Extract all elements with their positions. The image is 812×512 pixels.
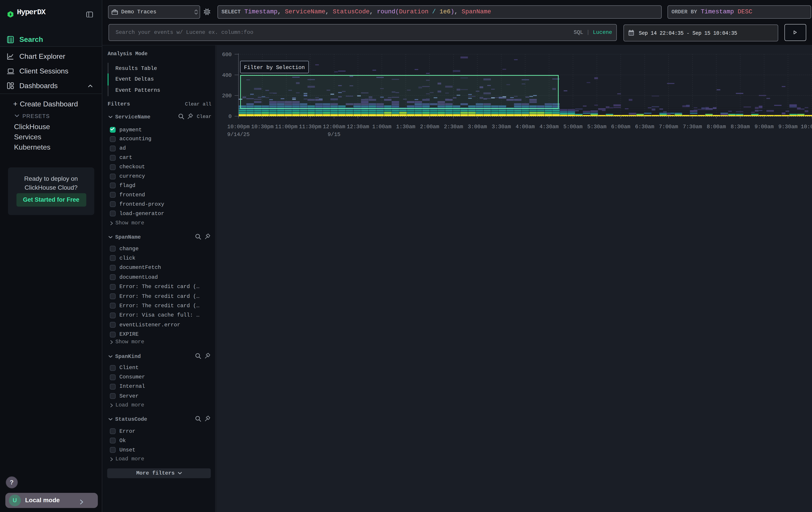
svg-text:2:00am: 2:00am	[420, 124, 439, 130]
svg-text:4:30am: 4:30am	[540, 124, 558, 130]
svg-text:Filter by Selection: Filter by Selection	[244, 64, 305, 71]
svg-text:12:30am: 12:30am	[347, 124, 369, 130]
svg-text:8:30am: 8:30am	[731, 124, 750, 130]
svg-text:9:00am: 9:00am	[754, 124, 774, 130]
svg-text:11:00pm: 11:00pm	[275, 124, 297, 130]
svg-text:3:00am: 3:00am	[468, 124, 487, 130]
svg-text:1:00am: 1:00am	[372, 124, 391, 130]
svg-text:5:00am: 5:00am	[563, 124, 583, 130]
svg-text:10:00am: 10:00am	[801, 124, 812, 130]
svg-text:5:30am: 5:30am	[587, 124, 606, 130]
svg-text:9/15: 9/15	[328, 132, 341, 138]
svg-text:10:30pm: 10:30pm	[251, 124, 274, 130]
svg-text:6:30am: 6:30am	[635, 124, 654, 130]
svg-text:600: 600	[222, 52, 232, 58]
svg-text:0: 0	[229, 113, 232, 119]
svg-text:400: 400	[222, 72, 232, 78]
svg-text:6:00am: 6:00am	[611, 124, 630, 130]
svg-text:9:30am: 9:30am	[778, 124, 798, 130]
svg-text:4:00am: 4:00am	[516, 124, 535, 130]
svg-text:12:00am: 12:00am	[323, 124, 345, 130]
svg-text:11:30pm: 11:30pm	[299, 124, 321, 130]
svg-text:9/14/25: 9/14/25	[227, 132, 250, 138]
svg-text:3:30am: 3:30am	[492, 124, 511, 130]
svg-text:7:00am: 7:00am	[659, 124, 678, 130]
svg-text:1:30am: 1:30am	[396, 124, 415, 130]
svg-text:8:00am: 8:00am	[706, 124, 726, 130]
svg-text:7:30am: 7:30am	[683, 124, 702, 130]
svg-text:2:30am: 2:30am	[444, 124, 463, 130]
svg-text:10:00pm: 10:00pm	[227, 124, 250, 130]
svg-text:200: 200	[222, 93, 232, 99]
